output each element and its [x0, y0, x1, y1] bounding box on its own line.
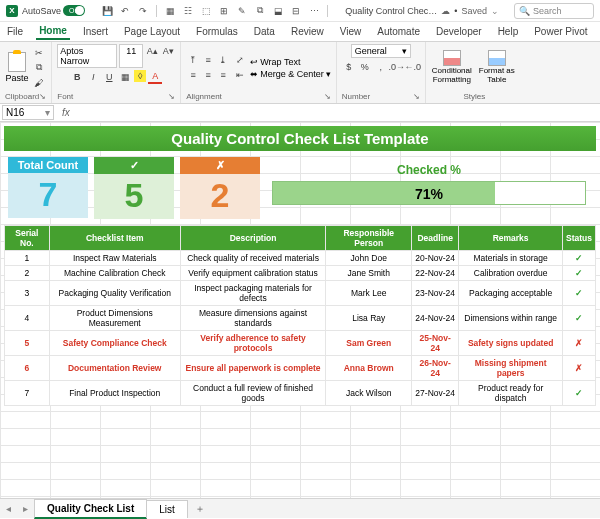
table-row[interactable]: 3Packaging Quality VerificationInspect p…: [5, 281, 596, 306]
cut-icon[interactable]: ✂: [32, 46, 46, 60]
format-as-table-button[interactable]: Format as Table: [476, 50, 518, 85]
bold-icon[interactable]: B: [70, 70, 84, 84]
qat-more-icon[interactable]: ⋯: [307, 4, 321, 18]
doc-name: Quality Control Chec…: [345, 6, 437, 16]
qat-icon-3[interactable]: ⬚: [199, 4, 213, 18]
fill-color-icon[interactable]: ◊: [134, 70, 146, 82]
sheet-tab-quality[interactable]: Quality Check List: [34, 499, 147, 519]
decrease-decimal-icon[interactable]: ←.0: [406, 60, 420, 74]
qat-icon-2[interactable]: ☷: [181, 4, 195, 18]
comma-icon[interactable]: ,: [374, 60, 388, 74]
tab-developer[interactable]: Developer: [433, 24, 485, 39]
italic-icon[interactable]: I: [86, 70, 100, 84]
clipboard-launcher-icon[interactable]: ↘: [39, 92, 46, 101]
autosave-toggle[interactable]: AutoSave On: [22, 5, 96, 16]
formula-input[interactable]: [76, 104, 600, 121]
table-cell: 4: [5, 306, 50, 331]
sheet-nav-next-icon[interactable]: ▸: [17, 503, 34, 514]
border-icon[interactable]: ▦: [118, 70, 132, 84]
increase-decimal-icon[interactable]: .0→: [390, 60, 404, 74]
tab-review[interactable]: Review: [288, 24, 327, 39]
saved-label: Saved: [462, 6, 488, 16]
qat-icon-4[interactable]: ⊞: [217, 4, 231, 18]
search-input[interactable]: 🔍 Search: [514, 3, 594, 19]
paste-button[interactable]: Paste: [6, 52, 29, 83]
group-alignment: ⤒ ≡ ⤓ ≡ ≡ ≡ ⤢ ⇤ ↩Wrap Text ⬌Merge & Cent…: [181, 42, 337, 103]
table-header: Serial No.: [5, 226, 50, 251]
table-cell: Missing shipment papers: [459, 356, 563, 381]
undo-icon[interactable]: ↶: [118, 4, 132, 18]
align-bottom-icon[interactable]: ⤓: [216, 53, 230, 67]
save-icon[interactable]: 💾: [100, 4, 114, 18]
name-box[interactable]: N16▾: [2, 105, 54, 120]
tab-insert[interactable]: Insert: [80, 24, 111, 39]
increase-font-icon[interactable]: A▴: [145, 44, 159, 58]
font-name-input[interactable]: Aptos Narrow: [57, 44, 117, 68]
decrease-font-icon[interactable]: A▾: [161, 44, 175, 58]
number-launcher-icon[interactable]: ↘: [413, 92, 420, 101]
worksheet[interactable]: Quality Control Check List Template Tota…: [0, 122, 600, 498]
table-cell: Ensure all paperwork is complete: [180, 356, 326, 381]
wrap-text-button[interactable]: ↩Wrap Text: [250, 57, 331, 67]
chevron-down-icon[interactable]: ⌄: [491, 6, 499, 16]
table-row[interactable]: 7Final Product InspectionConduct a full …: [5, 381, 596, 406]
qat-icon-5[interactable]: ✎: [235, 4, 249, 18]
tab-page-layout[interactable]: Page Layout: [121, 24, 183, 39]
orientation-icon[interactable]: ⤢: [233, 53, 247, 67]
fx-icon[interactable]: fx: [56, 107, 76, 118]
tab-data[interactable]: Data: [251, 24, 278, 39]
font-color-icon[interactable]: A: [148, 70, 162, 84]
table-row[interactable]: 5Safety Compliance CheckVerify adherence…: [5, 331, 596, 356]
table-row[interactable]: 1Inspect Raw MaterialsCheck quality of r…: [5, 251, 596, 266]
styles-group-label: Styles: [463, 92, 485, 101]
table-row[interactable]: 4Product Dimensions MeasurementMeasure d…: [5, 306, 596, 331]
table-cell: Packaging Quality Verification: [49, 281, 180, 306]
tab-power-pivot[interactable]: Power Pivot: [531, 24, 590, 39]
tab-file[interactable]: File: [4, 24, 26, 39]
search-placeholder: Search: [533, 6, 562, 16]
align-top-icon[interactable]: ⤒: [186, 53, 200, 67]
table-row[interactable]: 6Documentation ReviewEnsure all paperwor…: [5, 356, 596, 381]
align-center-icon[interactable]: ≡: [201, 68, 215, 82]
tab-help[interactable]: Help: [495, 24, 522, 39]
font-launcher-icon[interactable]: ↘: [168, 92, 175, 101]
align-left-icon[interactable]: ≡: [186, 68, 200, 82]
document-title: Quality Control Chec… ☁ • Saved ⌄: [334, 6, 510, 16]
status-cell: ✓: [562, 266, 595, 281]
align-middle-icon[interactable]: ≡: [201, 53, 215, 67]
group-font: Aptos Narrow 11 A▴ A▾ B I U ▦ ◊ A Font ↘: [52, 42, 181, 103]
redo-icon[interactable]: ↷: [136, 4, 150, 18]
qat-icon-6[interactable]: ⧉: [253, 4, 267, 18]
indent-decrease-icon[interactable]: ⇤: [233, 68, 247, 82]
tab-formulas[interactable]: Formulas: [193, 24, 241, 39]
copy-icon[interactable]: ⧉: [32, 61, 46, 75]
sheet-nav-prev-icon[interactable]: ◂: [0, 503, 17, 514]
template-title: Quality Control Check List Template: [4, 126, 596, 151]
table-cell: Jane Smith: [326, 266, 412, 281]
accounting-icon[interactable]: $: [342, 60, 356, 74]
table-header: Responsible Person: [326, 226, 412, 251]
format-painter-icon[interactable]: 🖌: [32, 76, 46, 90]
table-cell: Materials in storage: [459, 251, 563, 266]
sheet-tab-list[interactable]: List: [146, 500, 188, 518]
merge-center-button[interactable]: ⬌Merge & Center▾: [250, 69, 331, 79]
format-table-icon: [488, 50, 506, 66]
tab-view[interactable]: View: [337, 24, 365, 39]
table-row[interactable]: 2Machine Calibration CheckVerify equipme…: [5, 266, 596, 281]
align-right-icon[interactable]: ≡: [216, 68, 230, 82]
conditional-formatting-button[interactable]: Conditional Formatting: [431, 50, 473, 85]
underline-icon[interactable]: U: [102, 70, 116, 84]
qat-icon-7[interactable]: ⬓: [271, 4, 285, 18]
qat-icon-1[interactable]: ▦: [163, 4, 177, 18]
tab-automate[interactable]: Automate: [374, 24, 423, 39]
qat-icon-8[interactable]: ⊟: [289, 4, 303, 18]
alignment-launcher-icon[interactable]: ↘: [324, 92, 331, 101]
number-format-select[interactable]: General▾: [351, 44, 411, 58]
font-size-input[interactable]: 11: [119, 44, 143, 68]
summary-cards: Total Count 7 ✓ 5 ✗ 2 Checked % 71%: [4, 151, 596, 225]
separator: [156, 5, 157, 17]
tab-home[interactable]: Home: [36, 23, 70, 40]
group-styles: Conditional Formatting Format as Table S…: [426, 42, 523, 103]
percent-icon[interactable]: %: [358, 60, 372, 74]
new-sheet-button[interactable]: ＋: [187, 502, 213, 516]
